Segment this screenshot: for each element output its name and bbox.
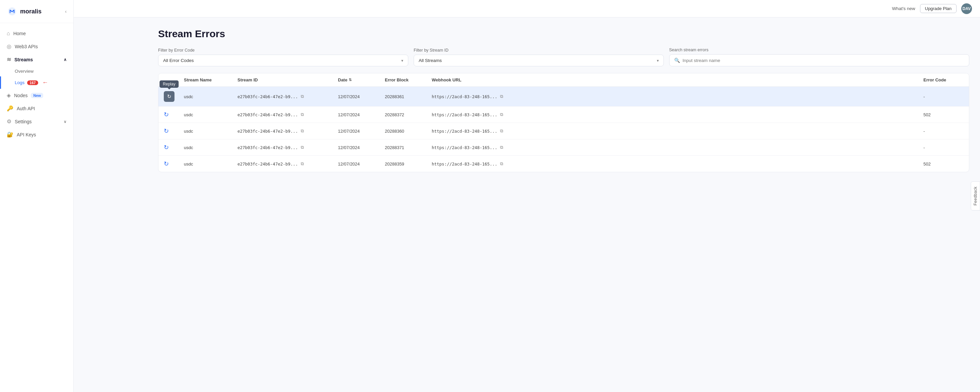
replay-button-3[interactable]: ↻ [164, 127, 169, 134]
table-row[interactable]: ↻ usdc e27b03fc-24b6-47e2-b9... ⧉ 12/07/… [158, 123, 969, 139]
sidebar-item-home[interactable]: ⌂ Home [0, 27, 73, 40]
sidebar-item-web3apis[interactable]: ◎ Web3 APIs [0, 40, 73, 53]
sidebar-item-home-label: Home [13, 31, 26, 36]
sidebar-item-streams-label: Streams [14, 57, 33, 62]
avatar[interactable]: DAV [961, 3, 972, 14]
streams-sub-items: Overview Logs 167 ← [0, 66, 73, 89]
td-error-block-3: 20288360 [385, 129, 432, 134]
api-keys-icon: 🔐 [7, 131, 13, 138]
td-replay-4: ↻ [164, 144, 184, 151]
td-webhook-2: https://2acd-83-248-165... ⧉ [432, 112, 923, 117]
copy-webhook-icon-1[interactable]: ⧉ [500, 94, 503, 99]
arrow-annotation: ← [42, 79, 48, 86]
sidebar-item-api-keys-label: API Keys [17, 132, 36, 137]
upgrade-plan-button[interactable]: Upgrade Plan [920, 4, 957, 13]
th-stream-id: Stream ID [237, 77, 338, 83]
th-error-block: Error Block [385, 77, 432, 83]
web3apis-icon: ◎ [7, 43, 11, 49]
sidebar-item-nodes[interactable]: ◈ Nodes New [0, 89, 73, 102]
table-row[interactable]: ↻ usdc e27b03fc-24b6-47e2-b9... ⧉ 12/07/… [158, 139, 969, 156]
copy-stream-id-icon-1[interactable]: ⧉ [301, 94, 304, 99]
error-code-filter-group: Filter by Error Code All Error Codes ▾ [158, 48, 408, 66]
table-row[interactable]: ↻ usdc e27b03fc-24b6-47e2-b9... ⧉ 12/07/… [158, 156, 969, 172]
search-input[interactable] [682, 58, 964, 63]
error-code-select[interactable]: All Error Codes ▾ [158, 54, 408, 66]
stream-id-select[interactable]: All Streams ▾ [414, 54, 664, 66]
auth-api-icon: 🔑 [7, 105, 13, 112]
nodes-icon: ◈ [7, 92, 11, 99]
td-error-code-4: - [923, 145, 964, 150]
td-webhook-1: https://2acd-83-248-165... ⧉ [432, 94, 923, 99]
home-icon: ⌂ [7, 30, 10, 37]
copy-stream-id-icon-4[interactable]: ⧉ [301, 145, 304, 150]
table-row[interactable]: ↻ usdc e27b03fc-24b6-47e2-b9... ⧉ 12/07/… [158, 107, 969, 123]
td-stream-id-3: e27b03fc-24b6-47e2-b9... ⧉ [237, 128, 338, 134]
td-date-3: 12/07/2024 [338, 129, 385, 134]
stream-id-filter-label: Filter by Stream ID [414, 48, 664, 53]
td-error-block-2: 20288372 [385, 112, 432, 117]
sidebar-item-logs[interactable]: Logs 167 ← [0, 76, 73, 89]
sidebar-collapse-btn[interactable]: ‹ [65, 9, 67, 14]
td-date-4: 12/07/2024 [338, 145, 385, 150]
copy-stream-id-icon-5[interactable]: ⧉ [301, 161, 304, 167]
main-content: Stream Errors Filter by Error Code All E… [147, 18, 980, 392]
top-header: What's new Upgrade Plan DAV [74, 0, 980, 18]
replay-button-5[interactable]: ↻ [164, 161, 169, 167]
sidebar-item-overview[interactable]: Overview [0, 66, 73, 76]
td-webhook-4: https://2acd-83-248-165... ⧉ [432, 145, 923, 150]
td-webhook-3: https://2acd-83-248-165... ⧉ [432, 128, 923, 134]
errors-table: Stream Name Stream ID Date ⇅ Error Block… [158, 73, 969, 172]
replay-button-4[interactable]: ↻ [164, 144, 169, 151]
td-name-1: usdc [184, 94, 237, 99]
td-name-3: usdc [184, 129, 237, 134]
replay-button-2[interactable]: ↻ [164, 111, 169, 118]
copy-webhook-icon-4[interactable]: ⧉ [500, 145, 503, 150]
sidebar-item-settings[interactable]: ⚙ Settings ∨ [0, 115, 73, 128]
replay-tooltip-wrap: Replay ↻ [164, 91, 175, 102]
td-error-block-1: 20288361 [385, 94, 432, 99]
td-error-code-1: - [923, 94, 964, 99]
td-replay-3: ↻ [164, 127, 184, 135]
copy-webhook-icon-5[interactable]: ⧉ [500, 161, 503, 167]
td-replay-2: ↻ [164, 111, 184, 118]
td-replay-5: ↻ [164, 160, 184, 167]
error-code-chevron-icon: ▾ [401, 58, 403, 63]
sidebar-item-api-keys[interactable]: 🔐 API Keys [0, 128, 73, 141]
td-date-2: 12/07/2024 [338, 112, 385, 117]
td-stream-id-4: e27b03fc-24b6-47e2-b9... ⧉ [237, 145, 338, 150]
table-row[interactable]: Replay ↻ usdc e27b03fc-24b6-47e2-b9... ⧉… [158, 87, 969, 107]
nav-items: ⌂ Home ◎ Web3 APIs ≋ Streams ∧ Overview … [0, 23, 73, 392]
td-name-4: usdc [184, 145, 237, 150]
td-error-code-2: 502 [923, 112, 964, 117]
sidebar-item-auth-api[interactable]: 🔑 Auth API [0, 102, 73, 115]
error-code-value: All Error Codes [163, 58, 194, 63]
copy-webhook-icon-2[interactable]: ⧉ [500, 112, 503, 117]
replay-tooltip: Replay [159, 80, 178, 88]
streams-icon: ≋ [7, 56, 11, 63]
sidebar-item-streams[interactable]: ≋ Streams ∧ [0, 53, 73, 66]
moralis-logo-icon [7, 6, 18, 17]
page-title: Stream Errors [158, 28, 969, 40]
app-name: moralis [20, 8, 41, 15]
error-code-filter-label: Filter by Error Code [158, 48, 408, 53]
copy-webhook-icon-3[interactable]: ⧉ [500, 128, 503, 134]
sidebar-item-settings-label: Settings [15, 119, 32, 124]
td-date-5: 12/07/2024 [338, 161, 385, 167]
whats-new-btn[interactable]: What's new [892, 6, 915, 11]
td-webhook-5: https://2acd-83-248-165... ⧉ [432, 161, 923, 167]
td-replay-1: Replay ↻ [164, 91, 184, 102]
settings-chevron: ∨ [64, 119, 67, 124]
logs-badge: 167 [27, 80, 38, 85]
td-stream-id-1: e27b03fc-24b6-47e2-b9... ⧉ [237, 94, 338, 99]
copy-stream-id-icon-2[interactable]: ⧉ [301, 112, 304, 117]
nodes-new-badge: New [31, 93, 43, 98]
date-sort-icon: ⇅ [348, 78, 352, 82]
feedback-tab[interactable]: Feedback [971, 182, 980, 211]
th-date[interactable]: Date ⇅ [338, 77, 385, 83]
sidebar-item-auth-api-label: Auth API [17, 106, 35, 111]
replay-button-1[interactable]: ↻ [164, 91, 175, 102]
th-error-code: Error Code [923, 77, 964, 83]
copy-stream-id-icon-3[interactable]: ⧉ [301, 128, 304, 134]
settings-icon: ⚙ [7, 118, 11, 124]
search-group: Search stream errors 🔍 [669, 48, 969, 66]
